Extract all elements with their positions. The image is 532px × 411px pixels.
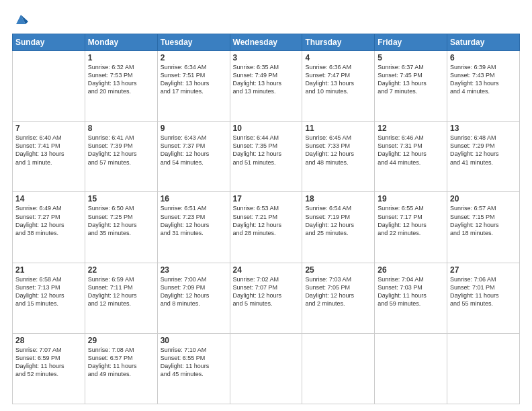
day-number: 6 <box>450 53 517 62</box>
cell-details: Sunrise: 6:39 AMSunset: 7:43 PMDaylight:… <box>450 63 517 96</box>
day-number: 4 <box>305 53 371 62</box>
weekday-header-monday: Monday <box>85 34 157 51</box>
cell-details: Sunrise: 6:54 AMSunset: 7:19 PMDaylight:… <box>305 204 371 237</box>
calendar-cell: 21Sunrise: 6:58 AMSunset: 7:13 PMDayligh… <box>13 263 85 333</box>
cell-details: Sunrise: 6:50 AMSunset: 7:25 PMDaylight:… <box>88 204 154 237</box>
cell-details: Sunrise: 6:55 AMSunset: 7:17 PMDaylight:… <box>378 204 444 237</box>
weekday-header-friday: Friday <box>375 34 447 51</box>
cell-details: Sunrise: 7:06 AMSunset: 7:01 PMDaylight:… <box>450 275 517 308</box>
cell-details: Sunrise: 6:45 AMSunset: 7:33 PMDaylight:… <box>305 134 371 167</box>
calendar-cell: 26Sunrise: 7:04 AMSunset: 7:03 PMDayligh… <box>375 263 447 333</box>
calendar-cell: 30Sunrise: 7:10 AMSunset: 6:55 PMDayligh… <box>157 333 230 404</box>
calendar-cell: 17Sunrise: 6:53 AMSunset: 7:21 PMDayligh… <box>230 192 302 263</box>
calendar-cell: 18Sunrise: 6:54 AMSunset: 7:19 PMDayligh… <box>302 192 375 263</box>
calendar-cell <box>230 333 302 404</box>
weekday-header-row: SundayMondayTuesdayWednesdayThursdayFrid… <box>13 34 520 51</box>
calendar-cell: 7Sunrise: 6:40 AMSunset: 7:41 PMDaylight… <box>13 122 85 192</box>
cell-details: Sunrise: 6:57 AMSunset: 7:15 PMDaylight:… <box>450 204 517 237</box>
calendar-cell: 23Sunrise: 7:00 AMSunset: 7:09 PMDayligh… <box>157 263 230 333</box>
calendar-cell: 10Sunrise: 6:44 AMSunset: 7:35 PMDayligh… <box>230 122 302 192</box>
calendar-cell: 27Sunrise: 7:06 AMSunset: 7:01 PMDayligh… <box>447 263 520 333</box>
cell-details: Sunrise: 6:43 AMSunset: 7:37 PMDaylight:… <box>161 134 227 167</box>
cell-details: Sunrise: 7:07 AMSunset: 6:59 PMDaylight:… <box>15 346 82 379</box>
calendar-week-row: 1Sunrise: 6:32 AMSunset: 7:53 PMDaylight… <box>13 51 520 122</box>
calendar-week-row: 14Sunrise: 6:49 AMSunset: 7:27 PMDayligh… <box>13 192 520 263</box>
day-number: 26 <box>378 265 444 275</box>
day-number: 1 <box>88 53 154 62</box>
day-number: 21 <box>15 265 82 275</box>
calendar-cell: 25Sunrise: 7:03 AMSunset: 7:05 PMDayligh… <box>302 263 375 333</box>
cell-details: Sunrise: 6:40 AMSunset: 7:41 PMDaylight:… <box>15 134 82 167</box>
header <box>12 12 520 27</box>
calendar-table: SundayMondayTuesdayWednesdayThursdayFrid… <box>12 34 520 404</box>
day-number: 28 <box>15 336 82 345</box>
calendar-cell: 11Sunrise: 6:45 AMSunset: 7:33 PMDayligh… <box>302 122 375 192</box>
cell-details: Sunrise: 6:32 AMSunset: 7:53 PMDaylight:… <box>88 63 154 96</box>
weekday-header-sunday: Sunday <box>13 34 85 51</box>
day-number: 9 <box>161 124 227 133</box>
day-number: 22 <box>88 265 154 275</box>
cell-details: Sunrise: 6:34 AMSunset: 7:51 PMDaylight:… <box>161 63 227 96</box>
calendar-cell <box>302 333 375 404</box>
cell-details: Sunrise: 6:49 AMSunset: 7:27 PMDaylight:… <box>15 204 82 237</box>
calendar-cell: 6Sunrise: 6:39 AMSunset: 7:43 PMDaylight… <box>447 51 520 122</box>
day-number: 3 <box>233 53 300 62</box>
cell-details: Sunrise: 6:46 AMSunset: 7:31 PMDaylight:… <box>378 134 444 167</box>
calendar-cell <box>447 333 520 404</box>
day-number: 17 <box>233 194 300 203</box>
day-number: 23 <box>161 265 227 275</box>
cell-details: Sunrise: 7:04 AMSunset: 7:03 PMDaylight:… <box>378 275 444 308</box>
calendar-cell: 9Sunrise: 6:43 AMSunset: 7:37 PMDaylight… <box>157 122 230 192</box>
day-number: 14 <box>15 194 82 203</box>
day-number: 7 <box>15 124 82 133</box>
calendar-cell: 3Sunrise: 6:35 AMSunset: 7:49 PMDaylight… <box>230 51 302 122</box>
cell-details: Sunrise: 6:44 AMSunset: 7:35 PMDaylight:… <box>233 134 300 167</box>
cell-details: Sunrise: 7:02 AMSunset: 7:07 PMDaylight:… <box>233 275 300 308</box>
calendar-cell: 12Sunrise: 6:46 AMSunset: 7:31 PMDayligh… <box>375 122 447 192</box>
day-number: 19 <box>378 194 444 203</box>
day-number: 13 <box>450 124 517 133</box>
cell-details: Sunrise: 6:48 AMSunset: 7:29 PMDaylight:… <box>450 134 517 167</box>
day-number: 27 <box>450 265 517 275</box>
cell-details: Sunrise: 6:59 AMSunset: 7:11 PMDaylight:… <box>88 275 154 308</box>
cell-details: Sunrise: 6:35 AMSunset: 7:49 PMDaylight:… <box>233 63 300 96</box>
calendar-cell: 19Sunrise: 6:55 AMSunset: 7:17 PMDayligh… <box>375 192 447 263</box>
cell-details: Sunrise: 7:03 AMSunset: 7:05 PMDaylight:… <box>305 275 371 308</box>
day-number: 18 <box>305 194 371 203</box>
cell-details: Sunrise: 7:00 AMSunset: 7:09 PMDaylight:… <box>161 275 227 308</box>
day-number: 15 <box>88 194 154 203</box>
calendar-cell: 14Sunrise: 6:49 AMSunset: 7:27 PMDayligh… <box>13 192 85 263</box>
calendar-cell <box>375 333 447 404</box>
calendar-week-row: 7Sunrise: 6:40 AMSunset: 7:41 PMDaylight… <box>13 122 520 192</box>
calendar-cell: 28Sunrise: 7:07 AMSunset: 6:59 PMDayligh… <box>13 333 85 404</box>
day-number: 30 <box>161 336 227 345</box>
calendar-cell: 29Sunrise: 7:08 AMSunset: 6:57 PMDayligh… <box>85 333 157 404</box>
calendar-week-row: 28Sunrise: 7:07 AMSunset: 6:59 PMDayligh… <box>13 333 520 404</box>
calendar-cell: 5Sunrise: 6:37 AMSunset: 7:45 PMDaylight… <box>375 51 447 122</box>
day-number: 2 <box>161 53 227 62</box>
calendar-cell: 2Sunrise: 6:34 AMSunset: 7:51 PMDaylight… <box>157 51 230 122</box>
calendar-cell: 15Sunrise: 6:50 AMSunset: 7:25 PMDayligh… <box>85 192 157 263</box>
calendar-cell: 22Sunrise: 6:59 AMSunset: 7:11 PMDayligh… <box>85 263 157 333</box>
weekday-header-wednesday: Wednesday <box>230 34 302 51</box>
weekday-header-thursday: Thursday <box>302 34 375 51</box>
day-number: 8 <box>88 124 154 133</box>
cell-details: Sunrise: 6:36 AMSunset: 7:47 PMDaylight:… <box>305 63 371 96</box>
day-number: 10 <box>233 124 300 133</box>
calendar-cell: 1Sunrise: 6:32 AMSunset: 7:53 PMDaylight… <box>85 51 157 122</box>
weekday-header-tuesday: Tuesday <box>157 34 230 51</box>
calendar-cell: 20Sunrise: 6:57 AMSunset: 7:15 PMDayligh… <box>447 192 520 263</box>
day-number: 20 <box>450 194 517 203</box>
cell-details: Sunrise: 6:41 AMSunset: 7:39 PMDaylight:… <box>88 134 154 167</box>
calendar-week-row: 21Sunrise: 6:58 AMSunset: 7:13 PMDayligh… <box>13 263 520 333</box>
page: SundayMondayTuesdayWednesdayThursdayFrid… <box>0 0 532 411</box>
weekday-header-saturday: Saturday <box>447 34 520 51</box>
calendar-cell: 24Sunrise: 7:02 AMSunset: 7:07 PMDayligh… <box>230 263 302 333</box>
calendar-cell: 13Sunrise: 6:48 AMSunset: 7:29 PMDayligh… <box>447 122 520 192</box>
calendar-cell <box>13 51 85 122</box>
day-number: 29 <box>88 336 154 345</box>
day-number: 11 <box>305 124 371 133</box>
logo-icon <box>13 12 28 27</box>
cell-details: Sunrise: 6:51 AMSunset: 7:23 PMDaylight:… <box>161 204 227 237</box>
cell-details: Sunrise: 6:53 AMSunset: 7:21 PMDaylight:… <box>233 204 300 237</box>
